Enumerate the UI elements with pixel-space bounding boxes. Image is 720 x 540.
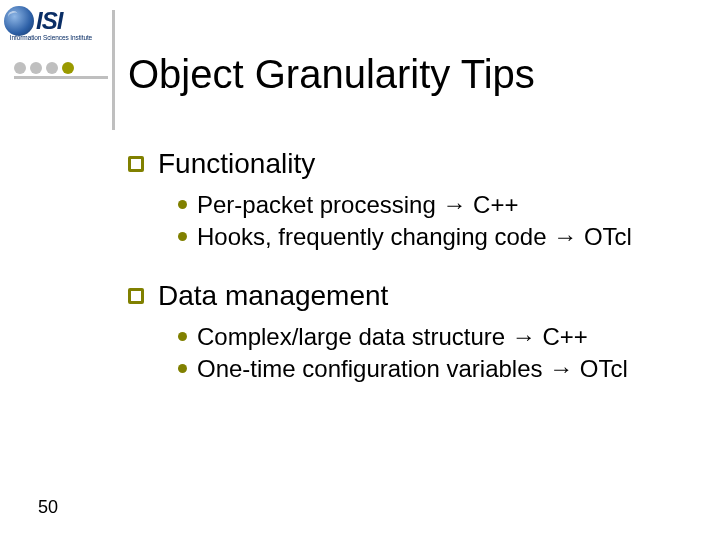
list-item: Per-packet processing → C++ (178, 190, 688, 220)
isi-logo: ISI Information Sciences Institute (4, 6, 98, 41)
square-bullet-icon (128, 288, 144, 304)
title-decoration (14, 62, 108, 79)
decor-dots (14, 62, 108, 74)
list-item: One-time configuration variables → OTcl (178, 354, 688, 384)
decor-dot (30, 62, 42, 74)
list-item-text: Hooks, frequently changing code → OTcl (197, 222, 632, 252)
section-heading: Data management (128, 280, 688, 312)
decor-dot (46, 62, 58, 74)
decor-bar (14, 76, 108, 79)
globe-icon (4, 6, 34, 36)
logo-letters: ISI (36, 7, 62, 35)
logo-top: ISI (4, 6, 98, 36)
list-item-text: Complex/large data structure → C++ (197, 322, 588, 352)
list-item: Complex/large data structure → C++ (178, 322, 688, 352)
decor-dot-accent (62, 62, 74, 74)
page-number: 50 (38, 497, 58, 518)
section-functionality: Functionality Per-packet processing → C+… (128, 148, 688, 252)
section-items: Per-packet processing → C++ Hooks, frequ… (178, 190, 688, 252)
slide-body: Functionality Per-packet processing → C+… (128, 148, 688, 412)
disc-bullet-icon (178, 364, 187, 373)
decor-dot (14, 62, 26, 74)
section-items: Complex/large data structure → C++ One-t… (178, 322, 688, 384)
section-data-management: Data management Complex/large data struc… (128, 280, 688, 384)
list-item-text: Per-packet processing → C++ (197, 190, 518, 220)
slide-title: Object Granularity Tips (128, 52, 535, 97)
section-heading: Functionality (128, 148, 688, 180)
disc-bullet-icon (178, 232, 187, 241)
section-heading-text: Functionality (158, 148, 315, 180)
section-heading-text: Data management (158, 280, 388, 312)
disc-bullet-icon (178, 200, 187, 209)
vertical-rule (112, 10, 115, 130)
list-item-text: One-time configuration variables → OTcl (197, 354, 628, 384)
list-item: Hooks, frequently changing code → OTcl (178, 222, 688, 252)
disc-bullet-icon (178, 332, 187, 341)
square-bullet-icon (128, 156, 144, 172)
